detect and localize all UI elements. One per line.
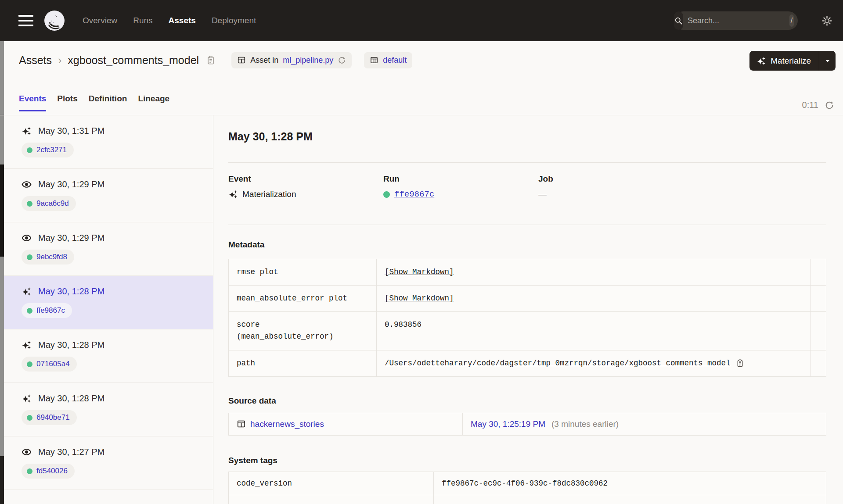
search-shortcut-badge: / bbox=[789, 14, 794, 27]
observation-eye-icon bbox=[22, 447, 32, 457]
run-id: 071605a4 bbox=[36, 360, 70, 368]
repo-icon bbox=[370, 56, 378, 64]
nav-item-runs[interactable]: Runs bbox=[133, 16, 152, 25]
refresh-timer: 0:11 bbox=[802, 100, 834, 110]
run-column-label: Run bbox=[383, 174, 538, 184]
gear-icon[interactable] bbox=[821, 15, 832, 26]
source-time-relative: (3 minutes earlier) bbox=[551, 419, 619, 429]
table-row: rmse plot [Show Markdown] bbox=[229, 259, 826, 285]
event-list-item[interactable]: May 30, 1:28 PM 6940be71 bbox=[4, 383, 213, 436]
materialization-sparkle-icon bbox=[22, 340, 32, 350]
table-row: path /Users/odetteharary/code/dagster/tm… bbox=[229, 350, 826, 376]
table-row: score (mean_absolute_error) 0.983856 bbox=[229, 311, 826, 350]
table-row bbox=[229, 495, 826, 504]
breadcrumb-assets-link[interactable]: Assets bbox=[19, 54, 52, 67]
run-pill[interactable]: 9aca6c9d bbox=[22, 196, 76, 211]
path-link[interactable]: /Users/odetteharary/code/dagster/tmp_0mz… bbox=[385, 357, 731, 369]
event-column-label: Event bbox=[228, 174, 383, 184]
divider bbox=[228, 162, 826, 163]
materialize-label: Materialize bbox=[771, 56, 811, 66]
asset-tabs: Events Plots Definition Lineage bbox=[19, 94, 169, 111]
source-data-table: hackernews_stories May 30, 1:25:19 PM (3… bbox=[228, 413, 826, 436]
run-pill[interactable]: 9ebc9fd8 bbox=[22, 250, 74, 265]
nav-item-deployment[interactable]: Deployment bbox=[212, 16, 256, 25]
run-pill[interactable]: fd540026 bbox=[22, 464, 75, 479]
divider bbox=[228, 225, 826, 225]
event-list-item[interactable]: May 30, 1:29 PM 9aca6c9d bbox=[4, 169, 213, 222]
system-tag-value: ffe9867c-ec9c-4f06-939c-f8dc830c0962 bbox=[434, 472, 826, 495]
run-link[interactable]: ffe9867c bbox=[394, 189, 434, 199]
pipeline-file-link[interactable]: ml_pipeline.py bbox=[283, 56, 333, 65]
event-time: May 30, 1:29 PM bbox=[38, 179, 104, 189]
run-id: ffe9867c bbox=[36, 306, 65, 315]
event-time: May 30, 1:27 PM bbox=[38, 447, 104, 457]
event-detail-title: May 30, 1:28 PM bbox=[228, 130, 826, 143]
metadata-key: rmse plot bbox=[229, 259, 377, 285]
event-time: May 30, 1:29 PM bbox=[38, 233, 104, 243]
asset-tag-prefix: Asset in bbox=[250, 56, 278, 65]
materialize-button[interactable]: Materialize bbox=[749, 51, 819, 71]
nav-item-overview[interactable]: Overview bbox=[83, 16, 117, 25]
event-list-item[interactable]: May 30, 1:27 PM fd540026 bbox=[4, 436, 213, 490]
materialization-sparkle-icon bbox=[22, 286, 32, 297]
tab-lineage[interactable]: Lineage bbox=[138, 94, 169, 111]
search-icon bbox=[674, 11, 683, 30]
asset-definition-tag[interactable]: Asset in ml_pipeline.py bbox=[231, 52, 352, 68]
metadata-table: rmse plot [Show Markdown] mean_absolute_… bbox=[228, 259, 826, 377]
tab-plots[interactable]: Plots bbox=[57, 94, 77, 111]
event-summary: Event Materialization Run ffe9867c Job — bbox=[228, 174, 826, 199]
asset-table-icon bbox=[237, 419, 246, 429]
search-input[interactable] bbox=[683, 16, 789, 25]
system-tag-key: code_version bbox=[229, 472, 434, 495]
run-status-dot bbox=[27, 415, 32, 421]
table-row: mean_absolute_error plot [Show Markdown] bbox=[229, 285, 826, 311]
run-pill[interactable]: 2cfc3271 bbox=[22, 143, 74, 157]
event-list-item[interactable]: May 30, 1:29 PM 9ebc9fd8 bbox=[4, 222, 213, 276]
asset-name: xgboost_comments_model bbox=[68, 54, 199, 67]
show-markdown-link[interactable]: [Show Markdown] bbox=[385, 268, 454, 276]
dagster-logo bbox=[44, 10, 65, 31]
materialize-sparkle-icon bbox=[757, 56, 766, 66]
tab-definition[interactable]: Definition bbox=[89, 94, 127, 111]
repo-tag[interactable]: default bbox=[364, 52, 412, 68]
run-pill[interactable]: ffe9867c bbox=[22, 303, 72, 318]
copy-path-icon[interactable] bbox=[736, 358, 744, 368]
event-list-item[interactable]: May 30, 1:28 PM 071605a4 bbox=[4, 329, 213, 383]
run-pill[interactable]: 071605a4 bbox=[22, 357, 77, 372]
reload-definition-icon[interactable] bbox=[338, 56, 346, 64]
materialization-sparkle-icon bbox=[228, 189, 238, 199]
source-time-link[interactable]: May 30, 1:25:19 PM bbox=[471, 419, 545, 429]
run-id: 9ebc9fd8 bbox=[36, 253, 67, 261]
run-status-dot bbox=[383, 191, 390, 198]
run-id: 9aca6c9d bbox=[36, 199, 69, 208]
tab-events[interactable]: Events bbox=[19, 94, 46, 111]
copy-asset-name-icon[interactable] bbox=[206, 54, 216, 66]
event-time: May 30, 1:28 PM bbox=[38, 340, 104, 350]
hamburger-icon[interactable] bbox=[18, 15, 33, 26]
run-pill[interactable]: 6940be71 bbox=[22, 410, 77, 425]
refresh-icon[interactable] bbox=[825, 100, 834, 110]
metadata-key: score (mean_absolute_error) bbox=[229, 312, 377, 350]
run-status-dot bbox=[27, 201, 32, 207]
materialize-split-button: Materialize bbox=[749, 51, 836, 71]
nav-item-assets[interactable]: Assets bbox=[169, 16, 196, 25]
run-id: fd540026 bbox=[36, 467, 68, 475]
source-asset-link[interactable]: hackernews_stories bbox=[250, 419, 324, 429]
show-markdown-link[interactable]: [Show Markdown] bbox=[385, 294, 454, 303]
table-row: code_version ffe9867c-ec9c-4f06-939c-f8d… bbox=[229, 472, 826, 495]
event-time: May 30, 1:28 PM bbox=[38, 286, 104, 297]
materialize-options-button[interactable] bbox=[819, 51, 836, 71]
event-time: May 30, 1:28 PM bbox=[38, 393, 104, 404]
observation-eye-icon bbox=[22, 179, 32, 189]
event-list-sidebar: May 30, 1:31 PM 2cfc3271 May 30, 1:29 PM… bbox=[4, 115, 213, 504]
event-time: May 30, 1:31 PM bbox=[38, 126, 104, 136]
event-list-item[interactable]: May 30, 1:31 PM 2cfc3271 bbox=[4, 115, 213, 169]
metadata-key: path bbox=[229, 350, 377, 376]
metadata-key: mean_absolute_error plot bbox=[229, 286, 377, 311]
global-search[interactable]: / bbox=[674, 11, 798, 30]
run-id: 2cfc3271 bbox=[36, 146, 67, 154]
event-list-item-selected[interactable]: May 30, 1:28 PM ffe9867c bbox=[4, 276, 213, 329]
metadata-heading: Metadata bbox=[228, 240, 826, 250]
system-tags-heading: System tags bbox=[228, 456, 826, 465]
run-id: 6940be71 bbox=[36, 413, 70, 422]
